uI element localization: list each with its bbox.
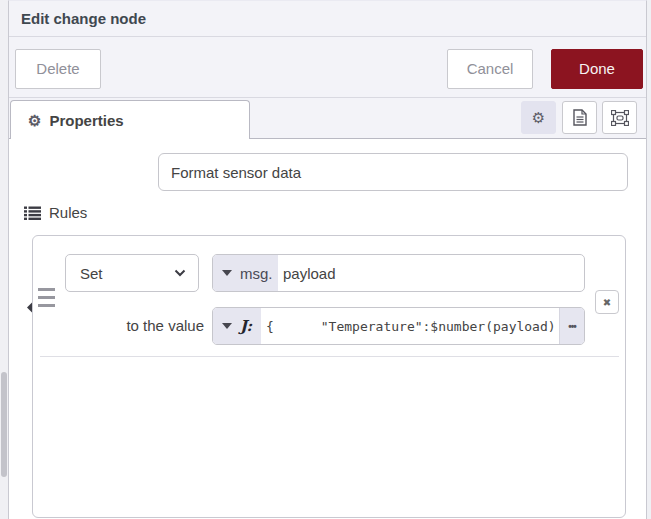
property-type-label: msg. <box>240 265 273 282</box>
ellipsis-icon: ••• <box>568 321 576 332</box>
property-type-button[interactable]: msg. <box>213 255 278 291</box>
value-type-button[interactable]: J: <box>213 308 261 344</box>
to-value-label: to the value <box>33 307 204 345</box>
vertical-scrollbar-thumb[interactable] <box>1 372 7 477</box>
name-input[interactable] <box>158 153 628 191</box>
rule-property-typed-input: msg. payload <box>212 254 585 292</box>
rules-label-text: Rules <box>49 204 87 221</box>
delete-button[interactable]: Delete <box>15 49 101 89</box>
rule-value-typed-input: J: { "Temperature":$number(payload) ••• <box>212 307 585 345</box>
page-left-strip <box>0 0 8 519</box>
editor-tab-bar: ⚙ Properties ⚙ <box>9 98 646 139</box>
description-tab-button[interactable] <box>562 101 597 134</box>
rule-action-value: Set <box>80 265 174 282</box>
expression-input[interactable]: { "Temperature":$number(payload) <box>261 308 584 344</box>
rule-item: Set msg. payload ✖ to the value <box>32 235 626 518</box>
gear-icon: ⚙ <box>28 113 41 128</box>
dialog-button-row: Delete Cancel Done <box>9 37 646 98</box>
jsonata-expression-icon: J: <box>240 317 252 335</box>
appearance-tab-button[interactable] <box>602 101 637 134</box>
dialog-title: Edit change node <box>9 1 646 37</box>
done-button[interactable]: Done <box>551 49 643 89</box>
gear-icon: ⚙ <box>532 110 545 125</box>
edit-change-node-dialog: Edit change node Delete Cancel Done ⚙ Pr… <box>8 0 647 519</box>
document-icon <box>573 109 587 126</box>
tab-properties-label: Properties <box>49 112 123 129</box>
rule-action-select[interactable]: Set <box>65 254 199 292</box>
tab-properties[interactable]: ⚙ Properties <box>10 100 250 139</box>
property-input[interactable]: payload <box>278 255 584 291</box>
rules-section-label: Rules <box>24 204 87 221</box>
rule-separator <box>40 356 619 357</box>
list-icon <box>24 206 41 220</box>
caret-down-icon <box>222 270 232 276</box>
remove-rule-button[interactable]: ✖ <box>595 290 619 314</box>
appearance-icon <box>611 110 629 126</box>
expand-expression-button[interactable]: ••• <box>559 308 584 344</box>
chevron-down-icon <box>174 269 186 277</box>
cancel-button[interactable]: Cancel <box>447 49 533 89</box>
close-icon: ✖ <box>603 297 611 308</box>
properties-form: Name Rules Set <box>9 139 646 519</box>
properties-tab-button[interactable]: ⚙ <box>521 101 556 134</box>
caret-down-icon <box>222 323 232 329</box>
